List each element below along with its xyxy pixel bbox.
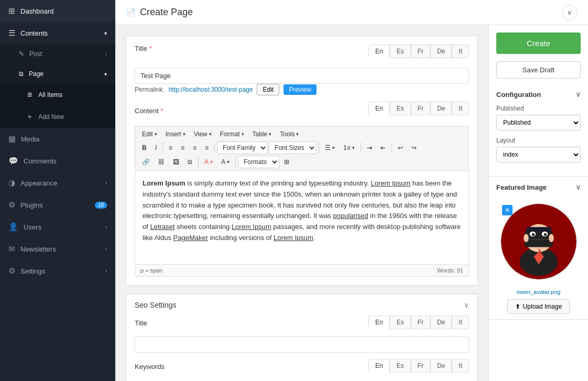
layout-select[interactable]: index default full-width bbox=[496, 147, 581, 162]
toolbar-unlink-button[interactable]: ⛓ bbox=[155, 156, 168, 168]
lang-tab-fr[interactable]: Fr bbox=[411, 45, 430, 58]
seo-header[interactable]: Seo Settings ∨ bbox=[126, 295, 477, 315]
permalink-preview-button[interactable]: Preview bbox=[284, 84, 317, 95]
content-lang-tab-es[interactable]: Es bbox=[390, 102, 411, 115]
seo-title-input[interactable] bbox=[135, 336, 469, 353]
toolbar-outdent-button[interactable]: ⇤ bbox=[377, 142, 389, 154]
content-lang-tab-en[interactable]: En bbox=[368, 102, 390, 115]
toolbar-undo-button[interactable]: ↩ bbox=[394, 142, 407, 154]
sidebar-item-post[interactable]: ✎ Post › bbox=[0, 44, 115, 64]
breadcrumb: 📄 Create Page bbox=[126, 7, 193, 18]
seo-keywords-row: Keywords En Es Fr De It bbox=[135, 359, 469, 377]
toolbar-tools-menu[interactable]: Tools bbox=[276, 128, 302, 140]
sidebar-item-all-items[interactable]: ≡ All Items bbox=[0, 84, 115, 106]
seo-kw-lang-tab-it[interactable]: It bbox=[452, 359, 469, 373]
toolbar-bg-color-button[interactable]: A bbox=[217, 156, 233, 168]
save-draft-button[interactable]: Save Draft bbox=[496, 61, 581, 79]
svg-point-6 bbox=[531, 233, 535, 236]
sidebar-item-label: All Items bbox=[38, 91, 62, 99]
lang-tab-de[interactable]: De bbox=[430, 45, 452, 58]
sidebar-item-settings[interactable]: ⚙ Settings › bbox=[0, 260, 115, 282]
toolbar-redo-button[interactable]: ↪ bbox=[408, 142, 420, 154]
lang-tab-es[interactable]: Es bbox=[390, 45, 411, 58]
lang-tab-it[interactable]: It bbox=[452, 45, 469, 58]
editor-body[interactable]: Lorem Ipsum is simply dummy text of the … bbox=[135, 170, 469, 265]
toolbar-list-button[interactable]: ☰ bbox=[321, 142, 339, 154]
toolbar-media-button[interactable]: ⧉ bbox=[184, 156, 196, 168]
seo-lang-tab-de[interactable]: De bbox=[430, 315, 452, 329]
toolbar-link-button[interactable]: 🔗 bbox=[138, 156, 154, 168]
toolbar-align-right-button[interactable]: ≡ bbox=[189, 142, 200, 154]
seo-lang-tab-it[interactable]: It bbox=[452, 315, 469, 329]
sidebar-item-label: Newsletters bbox=[20, 245, 56, 253]
chevron-right-icon: › bbox=[105, 246, 107, 252]
featured-image-header[interactable]: Featured Image ∨ bbox=[489, 177, 588, 198]
formats-select[interactable]: Formats bbox=[238, 156, 279, 168]
contents-icon: ☰ bbox=[8, 28, 15, 38]
page-icon: ⧉ bbox=[19, 70, 24, 78]
chevron-right-icon: › bbox=[105, 268, 107, 274]
chevron-down-icon: ▾ bbox=[104, 71, 107, 77]
toolbar-image-button[interactable]: 🖼 bbox=[169, 156, 183, 168]
toolbar-ordered-list-button[interactable]: 1≡ bbox=[340, 142, 358, 154]
toolbar-format-menu[interactable]: Format bbox=[216, 128, 248, 140]
sidebar-item-add-new[interactable]: + Add New bbox=[0, 106, 115, 128]
toolbar-table-insert-button[interactable]: ⊞ bbox=[280, 156, 293, 168]
permalink-url: http://localhost:3000/test-page bbox=[169, 86, 253, 93]
seo-kw-lang-tab-en[interactable]: En bbox=[368, 359, 390, 373]
toolbar-indent-button[interactable]: ⇥ bbox=[363, 142, 376, 154]
lang-tab-en[interactable]: En bbox=[368, 45, 390, 58]
configuration-header[interactable]: Configuration ∨ bbox=[489, 84, 588, 105]
seo-lang-tab-fr[interactable]: Fr bbox=[411, 315, 430, 329]
create-button[interactable]: Create bbox=[496, 32, 581, 54]
toolbar-view-menu[interactable]: View bbox=[190, 128, 215, 140]
layout-label: Layout bbox=[496, 137, 581, 144]
seo-lang-tab-en[interactable]: En bbox=[368, 315, 390, 329]
toolbar-bold-button[interactable]: B bbox=[138, 142, 150, 154]
font-family-select[interactable]: Font Family bbox=[217, 141, 268, 154]
sidebar-item-label: Appearance bbox=[20, 179, 57, 187]
sidebar-item-media[interactable]: ▦ Media bbox=[0, 128, 115, 150]
sidebar-item-page[interactable]: ⧉ Page ▾ bbox=[0, 64, 115, 84]
chevron-right-icon: › bbox=[105, 224, 107, 230]
toolbar-align-center-button[interactable]: ≡ bbox=[177, 142, 188, 154]
main-content: 📄 Create Page ∨ Title * bbox=[115, 0, 588, 381]
content-lang-tab-fr[interactable]: Fr bbox=[411, 102, 430, 115]
sidebar-item-plugins[interactable]: ⚙ Plugins 18 bbox=[0, 194, 115, 216]
seo-keywords-label: Keywords bbox=[135, 363, 165, 371]
sidebar-item-label: Settings bbox=[20, 267, 45, 275]
featured-image-wrap: ✕ owen_avatar.png ⬆ Upload Image bbox=[489, 198, 588, 319]
seo-kw-lang-tab-es[interactable]: Es bbox=[390, 359, 411, 373]
sidebar-item-users[interactable]: 👤 Users › bbox=[0, 216, 115, 238]
content-lang-tab-de[interactable]: De bbox=[430, 102, 452, 115]
published-select[interactable]: Published Draft Pending bbox=[496, 115, 581, 130]
sidebar-item-dashboard[interactable]: ⊞ Dashboard bbox=[0, 0, 115, 22]
toolbar-insert-menu[interactable]: Insert bbox=[162, 128, 189, 140]
seo-kw-lang-tab-de[interactable]: De bbox=[430, 359, 452, 373]
toolbar-align-left-button[interactable]: ≡ bbox=[165, 142, 176, 154]
delete-featured-image-button[interactable]: ✕ bbox=[502, 205, 513, 215]
sidebar-item-newsletters[interactable]: ✉ Newsletters › bbox=[0, 238, 115, 260]
sidebar-item-label: Comments bbox=[24, 157, 57, 165]
toolbar-edit-menu[interactable]: Edit bbox=[138, 128, 161, 140]
add-new-icon: + bbox=[27, 112, 32, 122]
toolbar-justify-button[interactable]: ≡ bbox=[201, 142, 212, 154]
sidebar-item-comments[interactable]: 💬 Comments bbox=[0, 150, 115, 172]
seo-lang-tab-es[interactable]: Es bbox=[390, 315, 411, 329]
permalink-edit-button[interactable]: Edit bbox=[257, 84, 279, 95]
configuration-body: Published Published Draft Pending Layout… bbox=[489, 105, 588, 176]
sidebar-item-contents[interactable]: ☰ Contents ▾ bbox=[0, 22, 115, 44]
toolbar-row-buttons: B I ≡ ≡ ≡ ≡ Font Family bbox=[138, 141, 465, 154]
content-lang-tab-it[interactable]: It bbox=[452, 102, 469, 115]
title-input[interactable] bbox=[135, 68, 469, 84]
toolbar-table-menu[interactable]: Table bbox=[249, 128, 276, 140]
seo-kw-lang-tab-fr[interactable]: Fr bbox=[411, 359, 430, 373]
upload-image-button[interactable]: ⬆ Upload Image bbox=[507, 299, 570, 314]
font-sizes-select[interactable]: Font Sizes bbox=[269, 141, 317, 154]
chevron-down-icon: ▾ bbox=[104, 30, 107, 36]
toolbar-text-color-button[interactable]: A bbox=[201, 156, 216, 168]
comments-icon: 💬 bbox=[8, 156, 18, 166]
toolbar-italic-button[interactable]: I bbox=[151, 142, 160, 154]
sidebar-item-appearance[interactable]: ◑ Appearance › bbox=[0, 172, 115, 194]
collapse-button[interactable]: ∨ bbox=[562, 5, 578, 20]
